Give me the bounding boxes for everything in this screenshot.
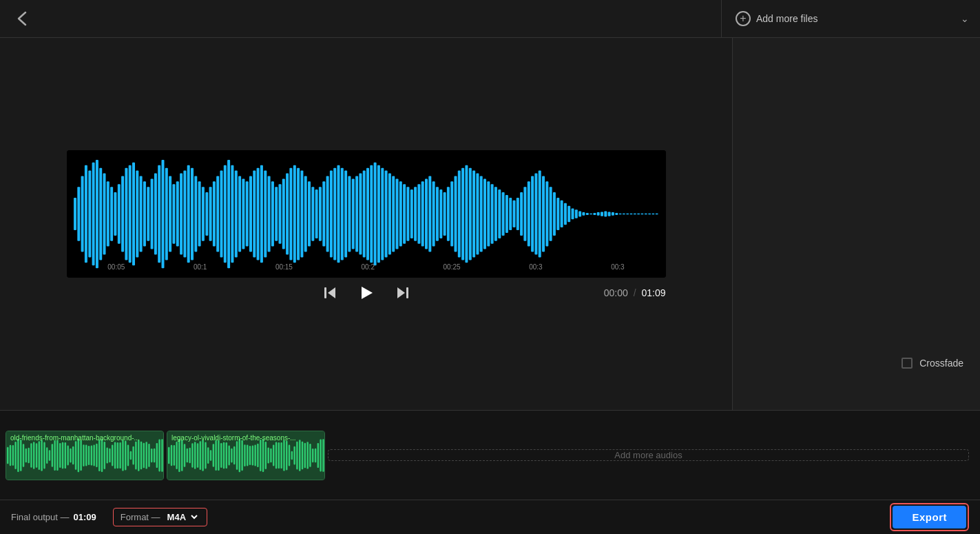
svg-rect-177	[33, 442, 34, 469]
svg-rect-136	[567, 205, 570, 222]
next-button[interactable]	[391, 282, 413, 304]
svg-rect-36	[201, 187, 204, 241]
svg-rect-111	[476, 173, 479, 254]
svg-rect-250	[226, 442, 227, 468]
svg-rect-200	[93, 444, 94, 466]
svg-rect-251	[228, 445, 229, 465]
svg-rect-43	[227, 159, 230, 267]
svg-rect-185	[54, 440, 55, 471]
svg-rect-100	[435, 187, 438, 241]
svg-rect-198	[88, 446, 90, 465]
svg-rect-23	[154, 173, 156, 254]
svg-rect-31	[183, 170, 186, 257]
svg-rect-204	[104, 442, 105, 469]
svg-rect-169	[12, 445, 14, 466]
svg-rect-285	[317, 442, 319, 467]
svg-rect-139	[578, 211, 581, 216]
svg-rect-243	[207, 447, 209, 464]
svg-rect-99	[432, 181, 435, 246]
svg-rect-49	[249, 176, 252, 251]
svg-rect-286	[320, 439, 321, 471]
svg-rect-203	[101, 438, 103, 471]
svg-rect-80	[362, 170, 365, 257]
bottom-bar: Final output — 01:09 Format — M4A MP3 WA…	[0, 500, 980, 534]
svg-rect-268	[273, 444, 274, 466]
svg-rect-180	[41, 440, 42, 471]
svg-rect-9	[103, 173, 105, 254]
svg-rect-72	[333, 167, 336, 260]
export-button[interactable]: Export	[893, 506, 966, 528]
svg-rect-26	[165, 167, 167, 260]
svg-rect-98	[428, 176, 431, 251]
svg-rect-7	[95, 159, 98, 267]
svg-rect-191	[70, 448, 71, 462]
svg-rect-48	[245, 181, 248, 246]
svg-rect-259	[249, 446, 251, 465]
svg-rect-17	[132, 162, 135, 265]
svg-rect-194	[78, 438, 79, 472]
format-select[interactable]: M4A MP3 WAV AAC OGG	[165, 511, 200, 523]
add-more-files-button[interactable]: + Add more files	[736, 11, 817, 26]
svg-rect-193	[75, 441, 76, 470]
svg-rect-60	[289, 167, 292, 260]
back-button[interactable]	[11, 8, 33, 30]
svg-rect-205	[106, 447, 107, 463]
svg-rect-219	[143, 442, 145, 468]
svg-rect-62	[297, 167, 300, 260]
sidebar: Crossfade	[732, 38, 980, 410]
svg-rect-199	[91, 445, 92, 465]
final-output-label: Final output —	[11, 512, 70, 522]
header: + Add more files ⌄	[0, 0, 980, 38]
svg-rect-52	[260, 165, 262, 263]
svg-rect-238	[194, 442, 196, 469]
svg-rect-134	[560, 200, 563, 227]
waveform-svg	[67, 150, 666, 278]
svg-rect-61	[293, 165, 295, 263]
svg-rect-10	[106, 181, 109, 246]
svg-rect-228	[168, 446, 169, 464]
svg-rect-103	[446, 187, 449, 241]
svg-rect-91	[403, 184, 406, 244]
svg-rect-121	[512, 200, 515, 227]
format-selector[interactable]: Format — M4A MP3 WAV AAC OGG	[113, 508, 207, 526]
svg-rect-141	[585, 212, 588, 214]
svg-rect-277	[296, 441, 298, 469]
svg-rect-142	[590, 213, 592, 214]
svg-rect-2	[77, 187, 80, 241]
format-label: Format —	[121, 512, 160, 522]
svg-rect-12	[114, 192, 116, 236]
svg-rect-135	[563, 203, 566, 225]
add-more-audios-label: Add more audios	[614, 450, 682, 460]
svg-rect-14	[121, 176, 124, 251]
crossfade-checkbox[interactable]	[901, 358, 913, 369]
svg-rect-64	[304, 176, 306, 251]
chevron-down-icon[interactable]: ⌄	[961, 13, 969, 24]
svg-rect-75	[344, 170, 347, 257]
svg-rect-131	[549, 187, 552, 241]
svg-rect-170	[14, 441, 16, 469]
svg-rect-225	[158, 439, 160, 471]
svg-rect-127	[534, 173, 537, 254]
svg-rect-44	[231, 165, 233, 263]
svg-rect-37	[205, 192, 208, 236]
play-button[interactable]	[355, 282, 377, 304]
audio-clip-2[interactable]: legacy-ol-vivaldi-storm-of-the-seasons-.…	[167, 431, 325, 480]
svg-rect-133	[556, 197, 559, 229]
svg-rect-13	[117, 184, 120, 244]
svg-rect-202	[98, 440, 100, 471]
svg-rect-85	[381, 167, 384, 260]
svg-rect-71	[329, 170, 332, 257]
svg-rect-79	[359, 173, 362, 254]
svg-rect-248	[220, 442, 222, 467]
audio-clip-1[interactable]: old-friends-from-manhattan-background-..…	[6, 431, 164, 480]
svg-rect-249	[223, 442, 225, 469]
time-current: 00:00	[604, 287, 628, 298]
svg-rect-230	[174, 445, 175, 466]
add-more-audios-button[interactable]: Add more audios	[328, 449, 969, 461]
svg-rect-83	[373, 162, 376, 265]
svg-rect-110	[472, 170, 475, 257]
prev-button[interactable]	[320, 282, 342, 304]
svg-rect-117	[498, 189, 501, 238]
svg-rect-147	[607, 212, 610, 216]
svg-rect-112	[479, 176, 482, 251]
